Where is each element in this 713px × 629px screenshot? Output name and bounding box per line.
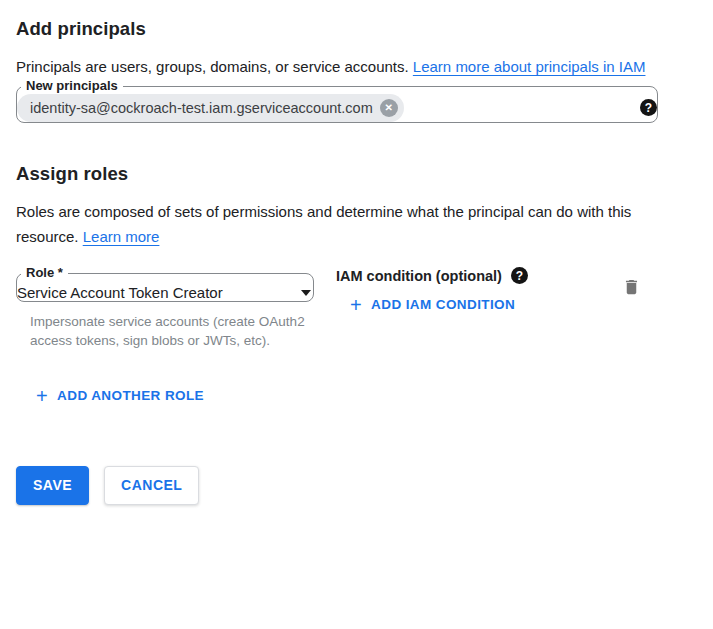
- principal-chip: identity-sa@cockroach-test.iam.gservicea…: [17, 94, 404, 122]
- add-principals-panel: Add principals Principals are users, gro…: [0, 0, 713, 505]
- role-assignment-row: Role * Service Account Token Creator Imp…: [16, 266, 697, 350]
- plus-icon: +: [36, 389, 48, 403]
- page-title: Add principals: [16, 18, 697, 40]
- delete-role-button[interactable]: [622, 277, 641, 297]
- role-value-row: Service Account Token Creator: [17, 284, 313, 301]
- trash-icon: [622, 277, 641, 297]
- iam-condition-label-row: IAM condition (optional) ?: [336, 267, 528, 284]
- cancel-button[interactable]: CANCEL: [104, 466, 199, 505]
- iam-condition-column: IAM condition (optional) ? + ADD IAM CON…: [336, 266, 528, 316]
- principals-description-text: Principals are users, groups, domains, o…: [16, 58, 413, 75]
- dropdown-arrow-icon: [301, 290, 311, 296]
- principals-description: Principals are users, groups, domains, o…: [16, 54, 680, 79]
- plus-icon: +: [350, 298, 362, 312]
- learn-more-principals-link[interactable]: Learn more about principals in IAM: [413, 58, 646, 75]
- iam-condition-help-icon[interactable]: ?: [511, 267, 528, 284]
- role-column: Role * Service Account Token Creator Imp…: [16, 266, 314, 350]
- add-iam-condition-label: ADD IAM CONDITION: [371, 297, 515, 312]
- add-another-role-label: ADD ANOTHER ROLE: [57, 388, 204, 403]
- add-iam-condition-button[interactable]: + ADD IAM CONDITION: [350, 297, 515, 312]
- role-selected-value: Service Account Token Creator: [17, 284, 223, 301]
- add-another-role-button[interactable]: + ADD ANOTHER ROLE: [36, 388, 204, 403]
- new-principals-field[interactable]: New principals identity-sa@cockroach-tes…: [16, 79, 658, 123]
- new-principals-help-icon[interactable]: ?: [640, 99, 657, 116]
- action-buttons-row: SAVE CANCEL: [16, 466, 697, 505]
- new-principals-row: identity-sa@cockroach-test.iam.gservicea…: [17, 94, 657, 122]
- role-helper-text: Impersonate service accounts (create OAu…: [30, 312, 305, 350]
- iam-condition-label: IAM condition (optional): [336, 268, 502, 284]
- principal-chip-label: identity-sa@cockroach-test.iam.gservicea…: [30, 100, 373, 116]
- role-select[interactable]: Role * Service Account Token Creator: [16, 266, 314, 302]
- role-label: Role *: [21, 266, 68, 280]
- roles-description: Roles are composed of sets of permission…: [16, 199, 680, 249]
- save-button[interactable]: SAVE: [16, 466, 89, 505]
- new-principals-label: New principals: [21, 79, 123, 93]
- assign-roles-title: Assign roles: [16, 163, 697, 185]
- chip-remove-icon[interactable]: ✕: [380, 99, 398, 117]
- learn-more-roles-link[interactable]: Learn more: [83, 228, 160, 245]
